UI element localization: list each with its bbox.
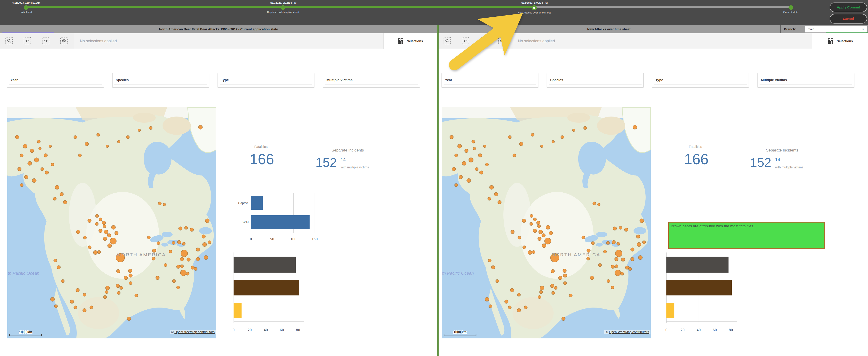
attack-bubble[interactable]	[76, 230, 80, 234]
attack-bubble[interactable]	[530, 214, 533, 217]
step-forward-icon[interactable]	[480, 37, 488, 44]
attack-bubble[interactable]	[126, 136, 129, 139]
attack-bubble[interactable]	[539, 290, 543, 294]
attack-bubble[interactable]	[156, 276, 159, 280]
filter-type[interactable]: Type	[218, 73, 314, 88]
attack-bubble[interactable]	[163, 203, 166, 206]
attack-bubble[interactable]	[455, 154, 458, 157]
attack-bubble[interactable]	[455, 183, 458, 187]
attack-bubble[interactable]	[603, 250, 607, 253]
attack-bubble[interactable]	[611, 265, 615, 268]
attack-bubble[interactable]	[90, 306, 93, 309]
attack-bubble[interactable]	[584, 126, 587, 129]
attack-bubble[interactable]	[478, 153, 482, 157]
attack-bubble[interactable]	[628, 267, 632, 271]
attack-bubble[interactable]	[99, 229, 102, 233]
attack-bubble[interactable]	[63, 200, 67, 204]
annotation-text-box[interactable]: Brown bears are attributed with the most…	[668, 222, 825, 248]
attack-bubble[interactable]	[70, 300, 74, 303]
step-back-icon[interactable]	[462, 37, 469, 44]
attack-bubble[interactable]	[88, 219, 91, 222]
filter-multiple-victims[interactable]: Multiple Victims	[323, 73, 420, 88]
timeline-node[interactable]	[24, 5, 29, 10]
attack-bubble[interactable]	[53, 197, 56, 200]
attack-bubble[interactable]	[615, 270, 621, 276]
attack-bubble[interactable]	[621, 272, 624, 275]
attack-bubble[interactable]	[186, 272, 189, 275]
attack-bubble[interactable]	[57, 266, 61, 269]
bar-black-bear[interactable]	[234, 257, 296, 273]
right-selections-button[interactable]: Selections	[812, 33, 868, 49]
smart-search-icon[interactable]	[443, 37, 451, 44]
attack-bubble[interactable]	[504, 300, 508, 303]
attack-bubble[interactable]	[177, 286, 180, 289]
attack-map-left[interactable]: NORTH AMERICA th Pacific Ocean 1000 km	[7, 108, 216, 338]
filter-year[interactable]: Year	[441, 73, 538, 88]
attack-bubble[interactable]	[479, 171, 483, 174]
attack-bubble[interactable]	[621, 258, 625, 261]
osm-map-canvas[interactable]: NORTH AMERICA th Pacific Ocean 1000 km	[7, 108, 216, 338]
attack-bubble[interactable]	[542, 234, 546, 237]
attack-bubble[interactable]	[546, 225, 550, 230]
left-selections-button[interactable]: Selections	[383, 33, 437, 49]
attack-bubble[interactable]	[467, 178, 471, 183]
clear-selections-icon[interactable]	[60, 37, 68, 44]
attack-bubble[interactable]	[103, 225, 106, 228]
attack-bubble[interactable]	[83, 293, 86, 296]
attack-bubble[interactable]	[117, 269, 120, 273]
attack-map-right[interactable]: NORTH AMERICA th Pacific Ocean 1000 km	[442, 108, 651, 338]
attack-bubble[interactable]	[181, 250, 188, 257]
osm-attribution-link[interactable]: OpenStreetMap contributors	[175, 330, 215, 334]
attack-bubble[interactable]	[488, 197, 491, 200]
attack-bubble[interactable]	[638, 256, 643, 260]
attack-bubble[interactable]	[106, 145, 109, 148]
attack-bubble[interactable]	[537, 225, 540, 228]
attack-bubble[interactable]	[607, 279, 610, 283]
attack-bubble[interactable]	[465, 149, 468, 153]
attack-bubble[interactable]	[538, 237, 541, 241]
attack-bubble[interactable]	[551, 269, 555, 273]
attack-bubble[interactable]	[120, 286, 123, 290]
bar-polar-bear[interactable]	[234, 303, 242, 318]
attack-bubble[interactable]	[533, 218, 536, 221]
attack-bubble[interactable]	[637, 242, 641, 246]
attack-bubble[interactable]	[54, 259, 57, 262]
attack-bubble[interactable]	[182, 242, 185, 245]
attack-bubble[interactable]	[74, 136, 77, 139]
attack-bubble[interactable]	[28, 161, 32, 166]
attack-bubble[interactable]	[613, 227, 617, 230]
attack-bubble[interactable]	[158, 202, 161, 205]
attack-bubble[interactable]	[549, 231, 553, 235]
attack-bubble[interactable]	[615, 250, 622, 257]
attack-bubble[interactable]	[558, 276, 562, 280]
attack-bubble[interactable]	[177, 240, 181, 244]
attack-bubble[interactable]	[205, 219, 209, 223]
species-fatalities-chart[interactable]: 020406080	[666, 253, 735, 321]
filter-multiple-victims[interactable]: Multiple Victims	[757, 73, 854, 88]
attack-bubble[interactable]	[540, 145, 543, 148]
attack-bubble[interactable]	[533, 229, 537, 233]
branch-dropdown[interactable]: main ▼	[805, 26, 867, 32]
attack-bubble[interactable]	[562, 317, 565, 321]
attack-bubble[interactable]	[619, 226, 622, 230]
attack-bubble[interactable]	[102, 221, 106, 225]
attack-bubble[interactable]	[15, 135, 19, 139]
cancel-button[interactable]: Cancel	[830, 14, 867, 24]
attack-bubble[interactable]	[591, 241, 594, 245]
attack-bubble[interactable]	[23, 144, 27, 148]
attack-bubble[interactable]	[204, 256, 208, 260]
attack-bubble[interactable]	[488, 259, 491, 262]
attack-bubble[interactable]	[517, 308, 521, 312]
step-back-icon[interactable]	[24, 37, 31, 44]
attack-bubble[interactable]	[93, 250, 97, 255]
attack-bubble[interactable]	[519, 142, 523, 146]
attack-bubble[interactable]	[107, 244, 112, 248]
attack-bubble[interactable]	[32, 178, 36, 183]
attack-bubble[interactable]	[598, 263, 601, 267]
bar-black-bear[interactable]	[666, 257, 728, 273]
attack-bubble[interactable]	[105, 286, 110, 290]
attack-bubble[interactable]	[34, 158, 39, 162]
attack-bubble[interactable]	[472, 140, 475, 143]
timeline-node-selected[interactable]	[532, 5, 537, 10]
attack-bubble[interactable]	[103, 295, 106, 299]
